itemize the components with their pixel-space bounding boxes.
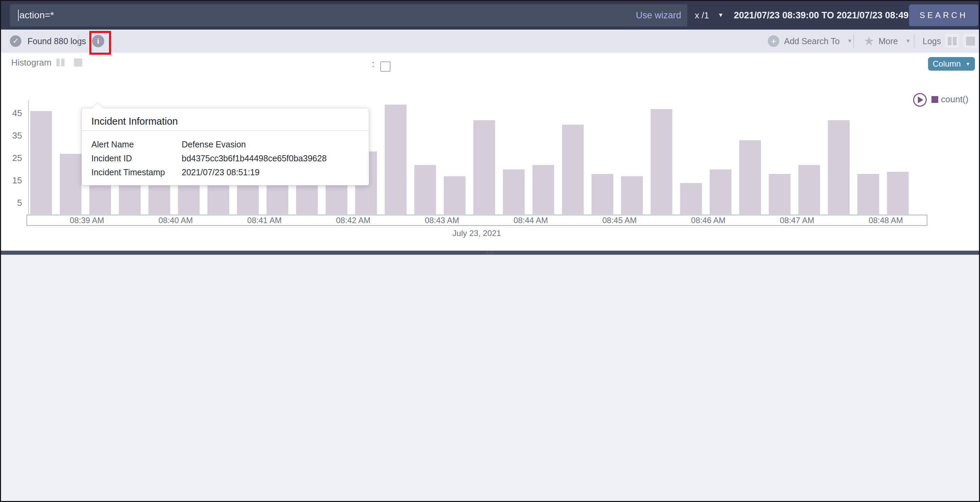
histogram-bar[interactable]: [562, 125, 584, 214]
histogram-label: Histogram: [11, 57, 51, 68]
table-view-icon[interactable]: [963, 34, 978, 48]
logpoint-search-view: { "colors": { "annotation_red": "#e8141c…: [0, 0, 980, 502]
histogram-column-view-icon[interactable]: [54, 56, 67, 69]
histogram-bar[interactable]: [798, 165, 820, 214]
chart-type-column-button[interactable]: Column ▼: [928, 57, 975, 71]
chart-date-label: July 23, 2021: [443, 229, 511, 238]
hide-histogram-colon: :: [372, 59, 374, 69]
search-query-input[interactable]: action=* Use wizard: [10, 4, 687, 27]
popup-caret: [92, 102, 103, 114]
timerange-dropdown[interactable]: 2021/07/23 08:39:00 TO 2021/07/23 08:49:…: [734, 1, 936, 30]
y-tick-label: 45: [1, 108, 22, 118]
incident-information-popup: Incident Information Alert Name Defense …: [81, 108, 369, 185]
histogram-bar[interactable]: [533, 165, 554, 214]
x-tick-label: 08:47 AM: [767, 215, 827, 226]
text-cursor: [18, 10, 19, 21]
histogram-bar[interactable]: [592, 174, 613, 214]
histogram-bar[interactable]: [887, 172, 909, 214]
histogram-bar[interactable]: [828, 120, 850, 214]
chevron-down-icon: ▼: [905, 38, 911, 44]
x-tick-label: 08:40 AM: [145, 215, 206, 226]
histogram-bar[interactable]: [651, 109, 672, 214]
popup-row: Alert Name Defense Evasion: [91, 140, 246, 150]
column-view-icon[interactable]: [945, 34, 959, 48]
found-logs-label: Found 880 logs: [27, 30, 86, 53]
use-wizard-link[interactable]: Use wizard: [636, 4, 681, 27]
search-query-text: action=*: [19, 10, 54, 21]
search-button[interactable]: SEARCH: [909, 5, 978, 26]
y-tick-label: 35: [1, 131, 22, 140]
more-button[interactable]: ★ More ▼: [864, 30, 911, 53]
histogram-bar[interactable]: [30, 111, 52, 214]
histogram-bar[interactable]: [444, 176, 466, 214]
top-search-bar: action=* Use wizard x /1 ▼ 2021/07/23 08…: [1, 1, 980, 30]
x-tick-label: 08:42 AM: [323, 215, 384, 226]
hide-histogram-checkbox[interactable]: [380, 62, 390, 72]
star-icon: ★: [864, 34, 874, 48]
histogram-bar[interactable]: [473, 120, 495, 214]
x-tick-label: 08:41 AM: [234, 215, 295, 226]
histogram-bar[interactable]: [739, 140, 761, 214]
add-search-to-button[interactable]: + Add Search To ▼: [768, 30, 852, 53]
check-icon: ✓: [10, 35, 21, 47]
divider: [853, 34, 854, 48]
x-tick-label: 08:48 AM: [855, 215, 916, 226]
plus-icon: +: [768, 35, 779, 47]
x-tick-label: 08:45 AM: [589, 215, 650, 226]
x-tick-label: 08:44 AM: [500, 215, 561, 226]
y-axis-line: [28, 100, 29, 215]
legend-swatch: [931, 96, 938, 103]
play-icon[interactable]: [913, 93, 927, 107]
annotation-highlight-box: [89, 31, 111, 55]
histogram-bar[interactable]: [680, 183, 702, 214]
histogram-bar[interactable]: [769, 174, 791, 214]
histogram-bar[interactable]: [503, 169, 525, 214]
ratio-dropdown[interactable]: x /1 ▼: [695, 1, 724, 30]
results-area: 2021/07/23 08:48:53Benchmarker|LogPointl…: [1, 255, 980, 502]
histogram-bar[interactable]: [385, 105, 406, 214]
x-tick-label: 08:39 AM: [56, 215, 118, 226]
popup-row: Incident Timestamp 2021/07/23 08:51:19: [91, 167, 259, 177]
histogram-bar[interactable]: [414, 165, 436, 214]
divider: [82, 131, 369, 131]
grip-dots-icon: ::::: [487, 251, 495, 254]
popup-row: Incident ID bd4375cc3b6f1b44498ce65f0ba3…: [91, 153, 327, 163]
results-toolbar: ✓ Found 880 logs i + Add Search To ▼ ★ M…: [1, 30, 980, 53]
histogram-bar[interactable]: [710, 169, 732, 214]
histogram-bar[interactable]: [858, 174, 879, 214]
histogram-bar[interactable]: [60, 154, 81, 214]
chevron-down-icon: ▼: [966, 61, 970, 67]
y-tick-label: 25: [1, 153, 22, 163]
y-tick-label: 15: [1, 175, 22, 185]
popup-title: Incident Information: [91, 116, 178, 127]
divider: [78, 34, 79, 48]
histogram-square-view-icon[interactable]: [72, 56, 84, 69]
x-tick-label: 08:46 AM: [678, 215, 739, 226]
x-tick-label: 08:43 AM: [412, 215, 473, 226]
histogram-panel: Histogram : Column ▼ count() 515253545 0…: [1, 53, 980, 251]
y-tick-label: 5: [1, 198, 22, 208]
chevron-down-icon: ▼: [847, 38, 853, 44]
legend-count-label: count(): [941, 94, 969, 105]
histogram-bar[interactable]: [621, 176, 643, 214]
chevron-down-icon: ▼: [718, 12, 724, 19]
logs-view-group: Logs: [923, 30, 978, 53]
divider: [914, 34, 915, 48]
